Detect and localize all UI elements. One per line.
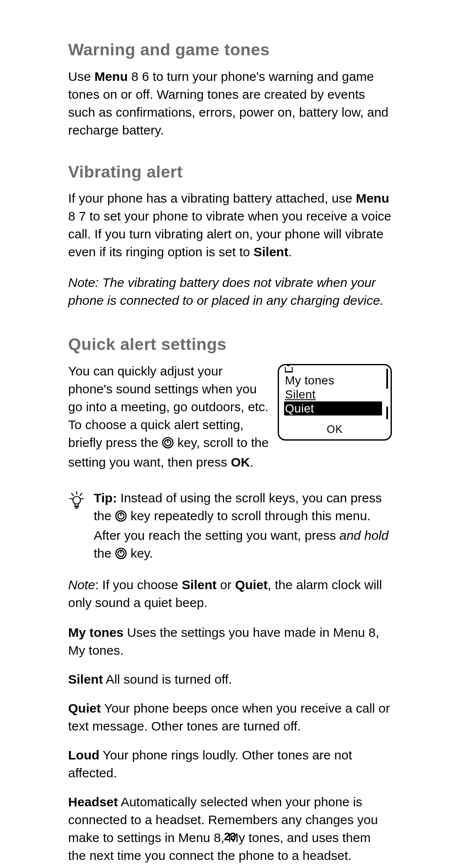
menu-label: Menu [95,69,128,83]
phone-menu-item: Silent [285,387,386,401]
ok-label: OK [231,455,250,469]
quiet-label: Quiet [235,578,268,592]
text: 8 7 to set your phone to vibrate when yo… [68,209,391,259]
silent-label: Silent [182,578,217,592]
emphasis-and-hold: and hold [339,528,388,542]
def-body: Your phone beeps once when you receive a… [68,701,390,733]
text: If your phone has a vibrating battery at… [68,191,356,205]
paragraph-vibrate-body: If your phone has a vibrating battery at… [68,189,392,261]
svg-line-7 [81,498,83,499]
def-term: Silent [68,672,103,686]
paragraph-warning-body: Use Menu 8 6 to turn your phone's warnin… [68,68,392,139]
def-mytones: My tones Uses the settings you have made… [68,624,392,659]
svg-line-4 [72,493,73,496]
text: or [217,578,235,592]
note-silent-quiet: Note: If you choose Silent or Quiet, the… [68,576,392,612]
page-number: 23 [0,829,460,844]
lightbulb-icon [68,491,85,514]
phone-menu-item-selected: Quiet [284,401,382,415]
power-key-icon [115,509,127,527]
power-key-icon [115,546,127,564]
menu-label: Menu [356,191,389,205]
quick-alert-text: You can quickly adjust your phone's soun… [68,362,270,482]
def-term: Loud [68,748,99,762]
text: : If you choose [95,578,181,592]
definitions-list: My tones Uses the settings you have made… [68,624,392,865]
def-body: All sound is turned off. [103,672,232,686]
def-silent: Silent All sound is turned off. [68,670,392,688]
svg-line-5 [80,493,82,496]
phone-softkey-ok: OK [279,420,391,439]
tip-label: Tip: [94,491,117,505]
svg-point-8 [73,496,80,504]
note-label: Note [68,578,95,592]
tip-row: Tip: Instead of using the scroll keys, y… [68,489,392,564]
svg-line-6 [70,498,72,499]
def-body: Your phone rings loudly. Other tones are… [68,748,352,780]
heading-quick-alert-settings: Quick alert settings [68,333,392,356]
def-quiet: Quiet Your phone beeps once when you rec… [68,699,392,735]
text: . [250,455,253,469]
silent-label: Silent [253,245,288,259]
phone-screen-illustration: My tones Silent Quiet OK [278,364,392,441]
power-key-icon [162,435,174,453]
paragraph-quick-body: You can quickly adjust your phone's soun… [68,362,270,471]
def-term: Quiet [68,701,101,715]
phone-menu-item: My tones [285,373,386,387]
phone-screen-content: My tones Silent Quiet [279,365,391,420]
note-vibrate: Note: The vibrating battery does not vib… [68,274,392,309]
def-headset: Headset Automatically selected when your… [68,793,392,865]
manual-page: Warning and game tones Use Menu 8 6 to t… [0,0,460,868]
battery-icon [285,367,293,372]
heading-warning-game-tones: Warning and game tones [68,38,392,62]
text: key. [127,546,153,560]
def-loud: Loud Your phone rings loudly. Other tone… [68,746,392,782]
heading-vibrating-alert: Vibrating alert [68,160,392,184]
text: Use [68,69,95,83]
text: key repeatedly to scroll through this me… [94,509,371,542]
quick-alert-row: You can quickly adjust your phone's soun… [68,362,392,482]
def-term: My tones [68,625,124,639]
def-term: Headset [68,795,118,809]
tip-text: Tip: Instead of using the scroll keys, y… [94,489,392,564]
text: the [94,546,115,560]
text: . [288,245,292,259]
scrollbar-icon [386,369,388,419]
